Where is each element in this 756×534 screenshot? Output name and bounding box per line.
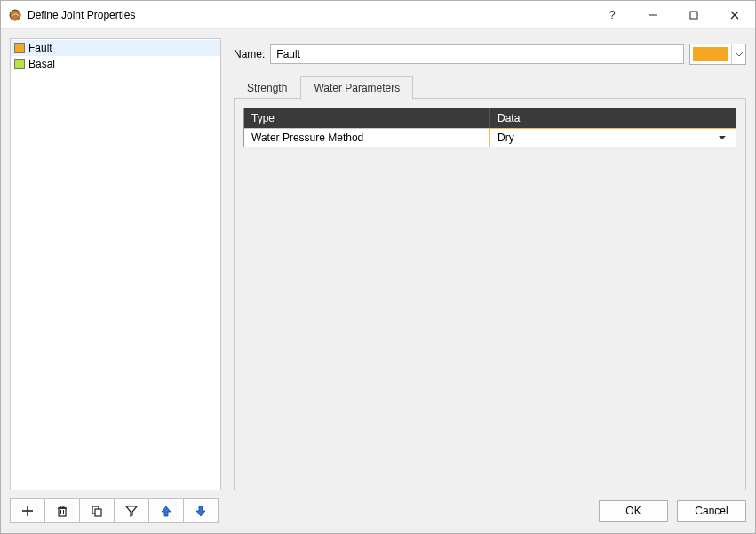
dialog-window: Define Joint Properties ? Fault — [0, 0, 756, 534]
close-button[interactable] — [714, 1, 755, 28]
joint-list-item-label: Fault — [28, 42, 52, 54]
svg-rect-14 — [95, 509, 101, 516]
name-label: Name: — [234, 48, 265, 60]
copy-button[interactable] — [79, 498, 115, 523]
move-down-button[interactable] — [183, 498, 219, 523]
svg-rect-8 — [59, 508, 66, 516]
copy-icon — [91, 505, 103, 517]
grid-header: Type Data — [244, 108, 736, 128]
tab-strength[interactable]: Strength — [234, 76, 300, 99]
maximize-button[interactable] — [673, 1, 714, 28]
titlebar: Define Joint Properties ? — [1, 1, 755, 29]
grid-cell-data-value: Dry — [497, 132, 716, 144]
filter-icon — [125, 505, 138, 517]
joint-list-item-fault[interactable]: Fault — [11, 40, 220, 56]
color-swatch — [693, 47, 728, 61]
chevron-down-icon — [716, 136, 728, 140]
tabs: Strength Water Parameters — [234, 76, 746, 99]
grid-row: Water Pressure Method Dry — [244, 128, 736, 147]
grid-cell-type: Water Pressure Method — [244, 129, 490, 147]
joint-list[interactable]: Fault Basal — [10, 38, 221, 490]
trash-icon — [56, 505, 68, 517]
main-panel: Name: Strength Water Parameters Type — [234, 38, 746, 490]
toolbar — [10, 498, 218, 523]
swatch-icon — [14, 43, 25, 53]
grid-header-type: Type — [244, 108, 490, 128]
svg-rect-3 — [690, 12, 697, 19]
window-title: Define Joint Properties — [28, 9, 135, 21]
swatch-icon — [14, 59, 25, 69]
chevron-down-icon — [731, 44, 745, 64]
help-button[interactable]: ? — [592, 1, 633, 28]
tab-water-parameters[interactable]: Water Parameters — [300, 76, 413, 100]
delete-button[interactable] — [44, 498, 80, 523]
cancel-button[interactable]: Cancel — [677, 500, 746, 522]
add-button[interactable] — [10, 498, 45, 523]
app-icon — [8, 8, 22, 22]
name-row: Name: — [234, 38, 746, 65]
grid-header-data: Data — [490, 108, 736, 128]
arrow-up-icon — [160, 505, 172, 517]
dialog-body: Fault Basal Name: Strength — [1, 29, 755, 496]
minimize-button[interactable] — [633, 1, 673, 28]
joint-list-item-basal[interactable]: Basal — [11, 56, 220, 72]
arrow-down-icon — [195, 505, 207, 517]
svg-rect-12 — [60, 506, 64, 508]
footer: OK Cancel — [1, 496, 755, 533]
svg-point-0 — [10, 10, 20, 20]
name-input[interactable] — [270, 44, 684, 64]
joint-list-item-label: Basal — [28, 58, 55, 70]
plus-icon — [21, 505, 34, 517]
filter-button[interactable] — [114, 498, 149, 523]
tab-content: Type Data Water Pressure Method Dry — [234, 99, 746, 490]
ok-button[interactable]: OK — [599, 500, 668, 522]
grid-cell-data-dropdown[interactable]: Dry — [489, 128, 736, 147]
move-up-button[interactable] — [148, 498, 184, 523]
color-picker[interactable] — [689, 44, 746, 65]
properties-grid: Type Data Water Pressure Method Dry — [243, 108, 736, 147]
svg-text:?: ? — [609, 9, 616, 21]
